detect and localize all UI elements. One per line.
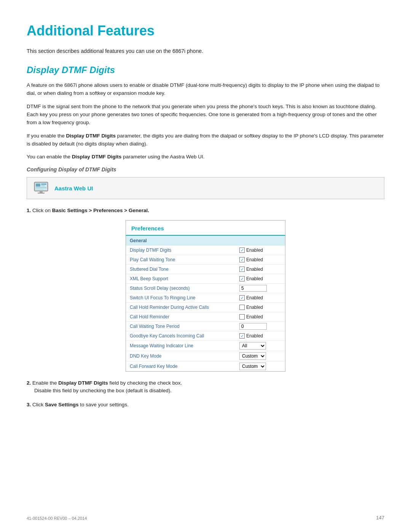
web-ui-label: Aastra Web UI bbox=[54, 185, 93, 192]
select-dnd-mode[interactable]: Custom Phone Line bbox=[239, 352, 266, 360]
svg-rect-8 bbox=[36, 189, 43, 190]
svg-rect-2 bbox=[40, 191, 43, 193]
pref-row-hold-reminder: Call Hold Reminder Enabled bbox=[126, 312, 285, 322]
checkbox-call-waiting-tone[interactable]: ✓ bbox=[239, 257, 245, 262]
preferences-box: Preferences General Display DTMF Digits … bbox=[126, 220, 285, 372]
svg-rect-7 bbox=[36, 187, 46, 188]
checkbox-display-dtmf[interactable]: ✓ bbox=[239, 248, 245, 253]
pref-row-cfwd-mode: Call Forward Key Mode Custom Phone Line bbox=[126, 361, 285, 371]
checkbox-hold-reminder[interactable] bbox=[239, 314, 245, 320]
para-1: A feature on the 6867i phone allows user… bbox=[27, 81, 384, 97]
svg-rect-4 bbox=[36, 184, 40, 187]
svg-rect-5 bbox=[41, 184, 46, 185]
checkbox-stuttered-dial[interactable]: ✓ bbox=[239, 267, 245, 272]
pref-row-dnd-mode: DND Key Mode Custom Phone Line bbox=[126, 351, 285, 361]
general-section-label: General bbox=[126, 236, 285, 246]
input-waiting-tone-period[interactable] bbox=[239, 323, 267, 330]
svg-rect-3 bbox=[38, 193, 45, 193]
para-3: If you enable the Display DTMF Digits pa… bbox=[27, 132, 384, 148]
checkbox-xml-beep[interactable]: ✓ bbox=[239, 276, 245, 281]
step-3: 3. Click Save Settings to save your sett… bbox=[27, 401, 384, 409]
checkbox-switch-ui[interactable]: ✓ bbox=[239, 295, 245, 300]
footer-left: 41-001524-00 REV00 – 04.2014 bbox=[27, 516, 87, 521]
step-2-sub: Disable this field by unchecking the box… bbox=[34, 387, 384, 395]
para-4: You can enable the Display DTMF Digits p… bbox=[27, 153, 384, 161]
steps-list: 1. Click on Basic Settings > Preferences… bbox=[27, 207, 384, 409]
pref-row-switch-ui: Switch UI Focus To Ringing Line ✓ Enable… bbox=[126, 293, 285, 303]
preferences-header: Preferences bbox=[126, 220, 285, 236]
pref-row-hold-reminder-active: Call Hold Reminder During Active Calls E… bbox=[126, 303, 285, 312]
pref-row-waiting-tone-period: Call Waiting Tone Period bbox=[126, 322, 285, 331]
monitor-icon bbox=[33, 181, 49, 195]
pref-row-goodbye-key: Goodbye Key Cancels Incoming Call ✓ Enab… bbox=[126, 331, 285, 341]
para-2: DTMF is the signal sent from the phone t… bbox=[27, 103, 384, 127]
pref-row-mwi-line: Message Waiting Indicator Line All 1 2 bbox=[126, 341, 285, 351]
page-title: Additional Features bbox=[27, 23, 384, 39]
pref-row-status-scroll: Status Scroll Delay (seconds) bbox=[126, 284, 285, 293]
step-2: 2. Enable the Display DTMF Digits field … bbox=[27, 379, 384, 395]
footer-right: 147 bbox=[376, 515, 384, 521]
svg-rect-6 bbox=[41, 185, 45, 186]
select-cfwd-mode[interactable]: Custom Phone Line bbox=[239, 363, 266, 370]
section-title: Display DTMF Digits bbox=[27, 65, 384, 75]
intro-text: This section describes additional featur… bbox=[27, 48, 384, 54]
pref-row-display-dtmf: Display DTMF Digits ✓ Enabled bbox=[126, 246, 285, 255]
select-mwi-line[interactable]: All 1 2 bbox=[239, 342, 266, 350]
pref-row-stuttered-dial: Stuttered Dial Tone ✓ Enabled bbox=[126, 265, 285, 274]
checkbox-hold-reminder-active[interactable] bbox=[239, 305, 245, 310]
pref-row-xml-beep: XML Beep Support ✓ Enabled bbox=[126, 274, 285, 284]
input-status-scroll[interactable] bbox=[239, 285, 267, 292]
subsection-title: Configuring Display of DTMF Digits bbox=[27, 166, 384, 173]
web-ui-banner: Aastra Web UI bbox=[27, 177, 384, 199]
step-1: 1. Click on Basic Settings > Preferences… bbox=[27, 207, 384, 372]
pref-row-call-waiting-tone: Play Call Waiting Tone ✓ Enabled bbox=[126, 255, 285, 265]
checkbox-goodbye-key[interactable]: ✓ bbox=[239, 333, 245, 339]
